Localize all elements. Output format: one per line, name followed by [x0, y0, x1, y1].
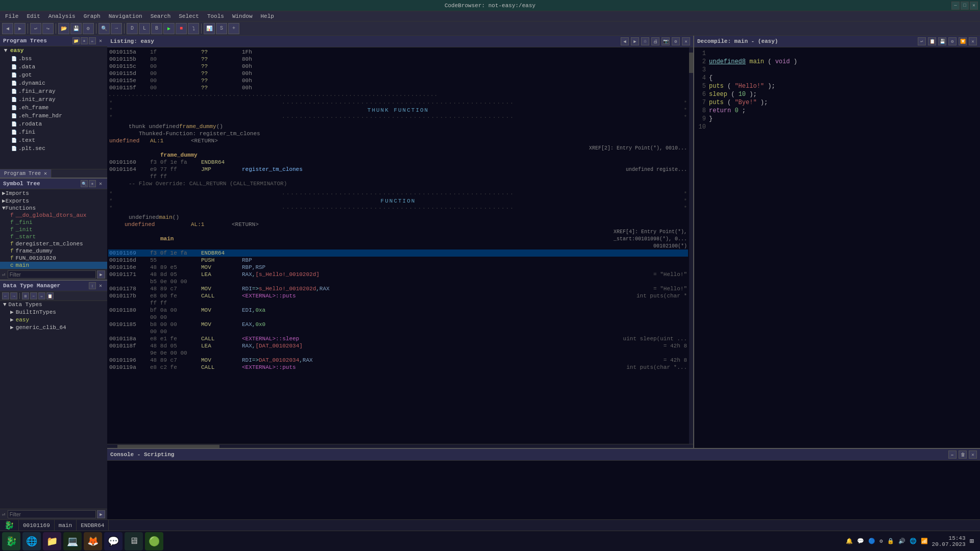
tb-undo[interactable]: ↩ [30, 23, 41, 34]
decompile-content[interactable]: 1 2 undefined8 main ( void ) [694, 47, 980, 448]
taskbar-browser[interactable]: 🌐 [22, 532, 41, 550]
dt-tb3[interactable]: ⊞ [22, 292, 29, 299]
tree-item-init-array[interactable]: 📄 .init_array [0, 95, 107, 104]
menu-tools[interactable]: Tools [203, 12, 228, 20]
menu-edit[interactable]: Edit [22, 12, 44, 20]
sym-fn-init[interactable]: f _init [0, 226, 107, 233]
sys-icon-net[interactable]: 🌐 [910, 538, 917, 544]
dt-tb4[interactable]: − [30, 292, 37, 299]
dt-tb2[interactable]: → [10, 292, 17, 299]
dt-tb1[interactable]: ← [2, 292, 9, 299]
dt-datatypes[interactable]: ▼ Data Types [0, 301, 107, 308]
tree-item-eh-frame[interactable]: 📄 .eh_frame [0, 104, 107, 112]
close-btn[interactable]: ✕ [970, 2, 978, 10]
pt-close[interactable]: ✕ [97, 37, 104, 44]
tree-item-fini[interactable]: 📄 .fini [0, 128, 107, 136]
dt-close[interactable]: ✕ [97, 282, 104, 289]
dt-btn1[interactable]: ↕ [89, 282, 96, 289]
dt-tb6[interactable]: 📋 [46, 292, 54, 299]
symbol-filter-btn[interactable]: ▶ [97, 270, 105, 279]
sym-fn-deregister[interactable]: f deregister_tm_clones [0, 240, 107, 247]
tb-analyze[interactable]: ⚙ [83, 23, 94, 34]
sys-icon-lock[interactable]: 🔒 [887, 538, 894, 544]
st-close[interactable]: ✕ [97, 180, 104, 187]
dt-easy[interactable]: ▶ easy [0, 316, 107, 323]
tree-item-dynamic[interactable]: 📄 .dynamic [0, 79, 107, 87]
taskbar-htb[interactable]: 🟢 [145, 532, 163, 550]
sys-icon-gear[interactable]: ⚙ [879, 538, 883, 544]
sys-icon-apps[interactable]: ⊞ [970, 537, 974, 545]
tb-bytes[interactable]: B [151, 23, 162, 34]
tree-item-got[interactable]: 📄 .got [0, 71, 107, 79]
menu-select[interactable]: Select [175, 12, 203, 20]
dt-filter-btn[interactable]: ▶ [97, 510, 105, 518]
listing-settings[interactable]: ⚙ [672, 37, 680, 45]
tree-item-rodata[interactable]: 📄 .rodata [0, 120, 107, 128]
tree-item-eh-frame-hdr[interactable]: 📄 .eh_frame_hdr [0, 112, 107, 120]
listing-content[interactable]: 0010115a 1f ?? 1Fh 0010115b 80 ?? 80h [107, 47, 689, 444]
dt-generic-clib[interactable]: ▶ generic_clib_64 [0, 323, 107, 331]
menu-navigation[interactable]: Navigation [105, 12, 146, 20]
taskbar-terminal2[interactable]: 🖥 [125, 532, 143, 550]
st-btn2[interactable]: + [89, 180, 96, 187]
console-btn1[interactable]: ✏ [948, 450, 957, 459]
menu-analysis[interactable]: Analysis [44, 12, 80, 20]
listing-nav-next[interactable]: ▶ [631, 37, 639, 45]
menu-window[interactable]: Window [228, 12, 257, 20]
tb-save[interactable]: 💾 [70, 23, 82, 34]
console-close[interactable]: ✕ [969, 450, 977, 459]
sys-icon-vol[interactable]: 🔊 [898, 538, 905, 544]
tree-item-fini-array[interactable]: 📄 .fini_array [0, 87, 107, 95]
maximize-btn[interactable]: □ [961, 2, 969, 10]
taskbar-files[interactable]: 📁 [43, 532, 61, 550]
sym-fn-fini[interactable]: f _fini [0, 219, 107, 226]
dt-builtintypes[interactable]: ▶ BuiltInTypes [0, 308, 107, 316]
tree-root-easy[interactable]: ▼ easy [0, 46, 107, 55]
listing-snapshot[interactable]: 📷 [662, 37, 670, 45]
pt-btn3[interactable]: ✏ [89, 37, 96, 44]
tb-search[interactable]: 🔍 [99, 23, 110, 34]
dec-nav1[interactable]: ↩ [918, 37, 926, 45]
tb-step[interactable]: ⤵ [188, 23, 199, 34]
tb-script[interactable]: S [216, 23, 227, 34]
menu-search[interactable]: Search [146, 12, 175, 20]
sys-icon-disc[interactable]: 🔵 [868, 538, 875, 544]
tb-forward[interactable]: ▶ [14, 23, 26, 34]
listing-close[interactable]: ✕ [682, 37, 690, 45]
taskbar-discord[interactable]: 💬 [104, 532, 122, 550]
listing-print[interactable]: 🖨 [651, 37, 659, 45]
pt-btn2[interactable]: + [81, 37, 88, 44]
sym-fn-do-global[interactable]: f __do_global_dtors_aux [0, 212, 107, 219]
pt-btn1[interactable]: 📁 [72, 37, 80, 44]
dec-close[interactable]: ✕ [969, 37, 977, 45]
tb-redo[interactable]: ↪ [42, 23, 54, 34]
sym-fn-frame-dummy[interactable]: f frame_dummy [0, 247, 107, 255]
dt-filter-input[interactable] [8, 510, 96, 518]
sys-icon-notif[interactable]: 🔔 [846, 538, 853, 544]
dec-nav2[interactable]: 📋 [928, 37, 936, 45]
dec-nav3[interactable]: 💾 [938, 37, 946, 45]
tab-program-tree[interactable]: Program Tree ✕ [0, 169, 52, 178]
console-content[interactable] [107, 461, 980, 519]
st-btn1[interactable]: 🔍 [81, 180, 88, 187]
tb-back[interactable]: ◀ [2, 23, 13, 34]
sym-fn-fun[interactable]: f FUN_00101020 [0, 255, 107, 262]
sys-icon-chat[interactable]: 💬 [857, 538, 864, 544]
console-btn2[interactable]: 🗑 [959, 450, 967, 459]
tb-run[interactable]: ▶ [163, 23, 175, 34]
tb-stop[interactable]: ■ [176, 23, 187, 34]
symbol-filter-input[interactable] [8, 270, 96, 279]
taskbar-firefox[interactable]: 🦊 [84, 532, 102, 550]
tb-graph[interactable]: 📊 [204, 23, 215, 34]
sym-exports[interactable]: ▶ Exports [0, 197, 107, 205]
tb-listing[interactable]: L [139, 23, 150, 34]
listing-h-scrollbar[interactable] [107, 444, 693, 448]
tb-open[interactable]: 📂 [58, 23, 69, 34]
listing-nav-prev[interactable]: ◀ [621, 37, 629, 45]
sym-imports[interactable]: ▶ Imports [0, 189, 107, 197]
dec-snapshot[interactable]: 🔽 [959, 37, 967, 45]
listing-nav-home[interactable]: ⌂ [641, 37, 649, 45]
sys-icon-wifi[interactable]: 📶 [921, 538, 928, 544]
menu-graph[interactable]: Graph [80, 12, 105, 20]
taskbar-ghidra[interactable]: 🐉 [2, 532, 20, 550]
